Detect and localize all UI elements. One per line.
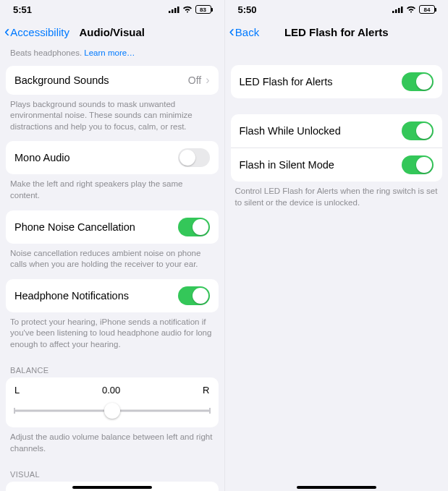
row-value: Off › xyxy=(188,74,210,86)
wifi-icon xyxy=(406,4,416,15)
balance-right-label: R xyxy=(203,385,209,396)
svg-rect-7 xyxy=(401,7,403,13)
row-label: Flash While Unlocked xyxy=(240,125,341,137)
footer-balance: Adjust the audio volume balance between … xyxy=(0,427,224,463)
status-bar: 5:51 83 xyxy=(0,0,224,19)
group-led-main: LED Flash for Alerts xyxy=(231,65,443,98)
toggle-led-flash-alerts[interactable] xyxy=(402,72,434,91)
content: LED Flash for Alerts Flash While Unlocke… xyxy=(225,45,449,491)
toggle-flash-while-unlocked[interactable] xyxy=(402,121,434,140)
back-button[interactable]: ‹ Accessibility xyxy=(0,24,69,40)
footer-hpn: To protect your hearing, iPhone sends a … xyxy=(0,312,224,359)
section-header-balance: BALANCE xyxy=(0,359,224,377)
footer-background-sounds: Plays background sounds to mask unwanted… xyxy=(0,95,224,142)
row-label: Flash in Silent Mode xyxy=(240,159,334,171)
row-label: Headphone Notifications xyxy=(14,290,129,302)
content: Beats headphones. Learn more… Background… xyxy=(0,45,224,491)
row-led-flash-alerts: LED Flash for Alerts xyxy=(231,65,443,98)
row-background-sounds[interactable]: Background Sounds Off › xyxy=(6,66,219,95)
top-note-text: Beats headphones. xyxy=(10,48,84,57)
footer-led-options: Control LED Flash for Alerts when the ri… xyxy=(225,182,449,217)
signal-icon xyxy=(392,4,403,15)
svg-rect-5 xyxy=(395,9,397,13)
section-header-visual: VISUAL xyxy=(0,463,224,482)
svg-rect-4 xyxy=(392,11,394,13)
value-text: Off xyxy=(188,74,201,86)
footer-pnc: Noise cancellation reduces ambient noise… xyxy=(0,244,224,279)
nav-bar: ‹ Accessibility Audio/Visual xyxy=(0,19,224,45)
screen-led-flash: 5:50 84 ‹ Back LED Flash for Alerts LED … xyxy=(224,0,449,491)
back-label: Accessibility xyxy=(10,26,69,38)
toggle-flash-silent-mode[interactable] xyxy=(402,155,434,174)
home-indicator[interactable] xyxy=(72,486,152,489)
learn-more-link[interactable]: Learn more… xyxy=(84,48,135,57)
status-time: 5:50 xyxy=(238,4,257,15)
balance-value: 0.00 xyxy=(102,385,120,396)
back-label: Back xyxy=(235,26,259,38)
row-label: LED Flash for Alerts xyxy=(240,76,333,87)
footer-mono-audio: Make the left and right speakers play th… xyxy=(0,174,224,210)
status-bar: 5:50 84 xyxy=(225,0,449,19)
svg-rect-0 xyxy=(169,11,171,13)
balance-block: L 0.00 R xyxy=(6,377,219,427)
balance-slider[interactable] xyxy=(14,404,210,417)
row-mono-audio: Mono Audio xyxy=(6,141,219,174)
group-led-options: Flash While Unlocked Flash in Silent Mod… xyxy=(231,114,443,182)
group-headphone-notifications: Headphone Notifications xyxy=(6,279,219,312)
status-right: 83 xyxy=(169,4,211,15)
chevron-left-icon: ‹ xyxy=(229,24,234,40)
group-background-sounds: Background Sounds Off › xyxy=(6,66,219,95)
row-flash-silent-mode: Flash in Silent Mode xyxy=(231,148,443,182)
row-phone-noise-cancellation: Phone Noise Cancellation xyxy=(6,210,219,244)
row-label: Background Sounds xyxy=(14,74,109,86)
battery-level: 83 xyxy=(195,5,211,14)
wifi-icon xyxy=(182,4,193,15)
signal-icon xyxy=(169,4,179,15)
balance-left-label: L xyxy=(14,385,20,396)
battery-icon: 84 xyxy=(419,5,435,14)
chevron-left-icon: ‹ xyxy=(4,24,9,40)
svg-rect-3 xyxy=(177,7,179,13)
row-headphone-notifications: Headphone Notifications xyxy=(6,279,219,312)
row-label: Mono Audio xyxy=(14,152,70,163)
back-button[interactable]: ‹ Back xyxy=(225,24,260,40)
toggle-phone-noise-cancellation[interactable] xyxy=(178,218,210,236)
battery-icon: 83 xyxy=(195,5,211,14)
svg-rect-1 xyxy=(172,9,174,13)
nav-bar: ‹ Back LED Flash for Alerts xyxy=(225,19,449,45)
row-flash-while-unlocked: Flash While Unlocked xyxy=(231,114,443,148)
row-label: Phone Noise Cancellation xyxy=(14,221,135,233)
home-indicator[interactable] xyxy=(297,486,376,489)
chevron-right-icon: › xyxy=(206,74,209,86)
status-time: 5:51 xyxy=(13,4,32,15)
screen-audio-visual: 5:51 83 ‹ Accessibility Audio/Visual Bea… xyxy=(0,0,224,491)
group-mono-audio: Mono Audio xyxy=(6,141,219,174)
balance-labels: L 0.00 R xyxy=(14,385,210,396)
toggle-mono-audio[interactable] xyxy=(178,148,210,167)
top-note: Beats headphones. Learn more… xyxy=(0,45,224,66)
group-phone-noise-cancellation: Phone Noise Cancellation xyxy=(6,210,219,244)
battery-level: 84 xyxy=(419,5,435,14)
svg-rect-2 xyxy=(174,8,177,13)
toggle-headphone-notifications[interactable] xyxy=(178,286,210,305)
status-right: 84 xyxy=(392,4,435,15)
svg-rect-6 xyxy=(398,8,400,13)
slider-thumb[interactable] xyxy=(104,403,120,419)
